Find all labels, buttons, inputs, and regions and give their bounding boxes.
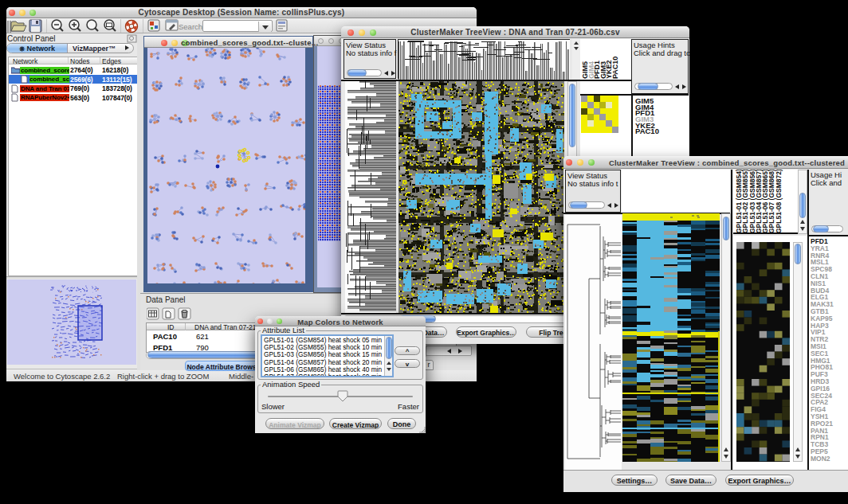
svg-text:Search:: Search: xyxy=(179,22,205,31)
